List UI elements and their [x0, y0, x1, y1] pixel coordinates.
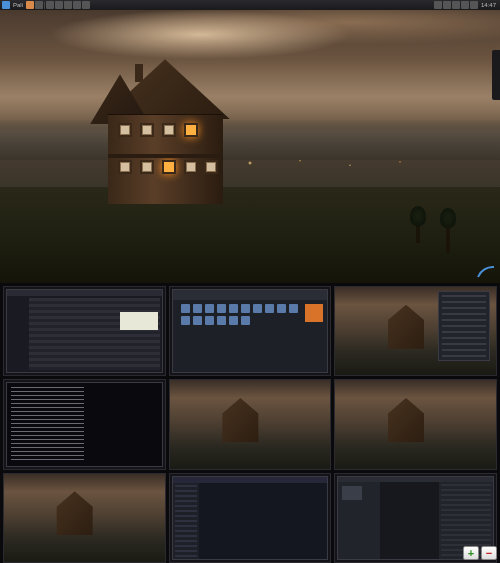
workspace-6[interactable] [334, 379, 497, 469]
separator [44, 2, 45, 9]
folder-icon [229, 316, 238, 325]
home-icon[interactable] [26, 1, 34, 9]
folder-icon [193, 316, 202, 325]
workspace-1[interactable] [3, 286, 166, 376]
filemanager-selection [305, 304, 323, 322]
folder-icon [253, 304, 262, 313]
tray-update-icon[interactable] [434, 1, 442, 9]
panel-right: 14:47 [434, 1, 498, 9]
workspace-8[interactable] [169, 473, 332, 563]
editor-left-panel [338, 482, 380, 559]
workspace-5[interactable] [169, 379, 332, 469]
lock-icon[interactable] [35, 1, 43, 9]
browser-sidebar [7, 296, 27, 372]
tray-chat-icon[interactable] [461, 1, 469, 9]
folder-icon [241, 316, 250, 325]
menu-label[interactable]: Pali [11, 2, 25, 8]
remove-workspace-button[interactable]: − [481, 546, 497, 560]
system-monitor-widget[interactable] [476, 259, 496, 279]
folder-icon [217, 316, 226, 325]
wallpaper-tree [416, 221, 420, 243]
workspace-pager [0, 283, 500, 563]
terminal-output [11, 387, 84, 461]
folder-icon [181, 304, 190, 313]
folder-icon [289, 304, 298, 313]
filemanager-toolbar [173, 290, 328, 300]
filemanager-window [172, 289, 329, 373]
workspace-4[interactable] [3, 379, 166, 469]
ide-window [172, 476, 329, 560]
folder-icon [277, 304, 286, 313]
pager-controls: + − [463, 546, 497, 560]
taskbar-icon-4[interactable] [73, 1, 81, 9]
folder-icon [229, 304, 238, 313]
side-panel-tab[interactable] [492, 50, 500, 100]
taskbar-icon-1[interactable] [46, 1, 54, 9]
top-panel: Pali 14:47 [0, 0, 500, 10]
folder-icon [205, 316, 214, 325]
workspace-7[interactable] [3, 473, 166, 563]
workspace-2[interactable] [169, 286, 332, 376]
tray-bluetooth-icon[interactable] [470, 1, 478, 9]
folder-icon [205, 304, 214, 313]
panel-left: Pali [2, 1, 90, 9]
folder-icon [193, 304, 202, 313]
context-menu [438, 291, 490, 361]
add-workspace-button[interactable]: + [463, 546, 479, 560]
clock[interactable]: 14:47 [479, 2, 498, 8]
wallpaper-tree [446, 223, 450, 253]
ide-editor [199, 483, 328, 559]
browser-content [29, 298, 160, 370]
tray-network-icon[interactable] [443, 1, 451, 9]
tray-volume-icon[interactable] [452, 1, 460, 9]
editor-canvas [380, 482, 439, 559]
wallpaper-ground [0, 187, 500, 283]
folder-icon [265, 304, 274, 313]
ide-sidebar [173, 483, 199, 559]
taskbar-icon-2[interactable] [55, 1, 63, 9]
taskbar-icon-3[interactable] [64, 1, 72, 9]
browser-window [6, 289, 163, 373]
folder-icon [181, 316, 190, 325]
workspace-3[interactable] [334, 286, 497, 376]
filemanager-grid [181, 304, 298, 325]
wallpaper-sky [0, 10, 500, 133]
folder-icon [241, 304, 250, 313]
folder-icon [217, 304, 226, 313]
terminal-window [6, 382, 163, 466]
wallpaper-house [90, 59, 240, 219]
desktop[interactable] [0, 10, 500, 283]
browser-tooltip [120, 312, 158, 330]
app-menu-icon[interactable] [2, 1, 10, 9]
browser-tabbar [7, 290, 162, 296]
taskbar-icon-5[interactable] [82, 1, 90, 9]
